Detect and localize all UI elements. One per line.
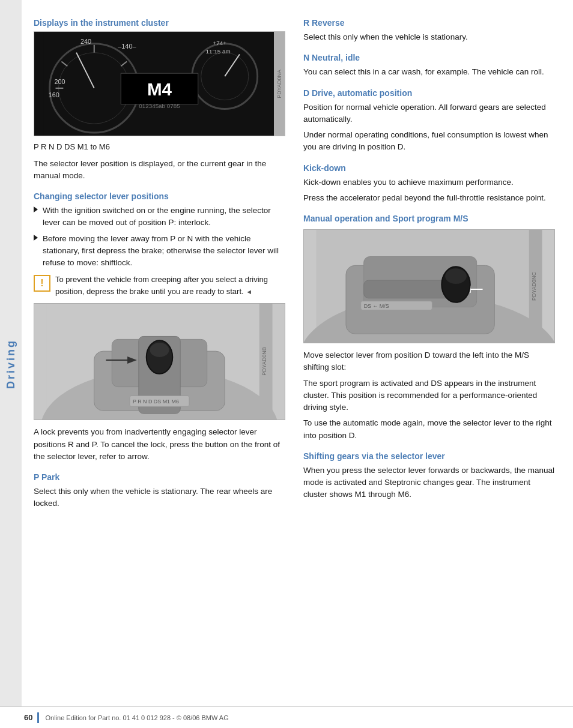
svg-text:PDYAD0NC: PDYAD0NC: [531, 272, 537, 301]
heading-reverse: R Reverse: [303, 18, 555, 28]
left-column: Displays in the instrument cluster: [34, 18, 285, 710]
svg-text:200: 200: [55, 78, 65, 85]
footer: 60 Online Edition for Part no. 01 41 0 0…: [0, 706, 573, 728]
selector-lever-image-left: P R N D DS M1 M6 PDYAD0NB: [34, 303, 285, 420]
svg-text:M4: M4: [147, 79, 172, 99]
note-text: To prevent the vehicle from creeping aft…: [55, 274, 285, 297]
svg-text:PDYAD0NB: PDYAD0NB: [261, 347, 267, 376]
heading-manual: Manual operation and Sport program M/S: [303, 214, 555, 223]
body-lock: A lock prevents you from inadvertently e…: [34, 426, 285, 463]
body-manual-1: Move selector lever from position D towa…: [303, 349, 555, 374]
footer-caption: Online Edition for Part no. 01 41 0 012 …: [45, 714, 228, 721]
instrument-cluster-image: 200 160 240 –140– +74+ 11:15 am M4: [34, 31, 285, 136]
body-drive-1: Position for normal vehicle operation. A…: [303, 101, 555, 126]
content-area: Displays in the instrument cluster: [22, 0, 573, 728]
body-reverse: Select this only when the vehicle is sta…: [303, 31, 555, 43]
svg-text:+74+: +74+: [213, 40, 226, 46]
body-ppark: Select this only when the vehicle is sta…: [34, 486, 285, 510]
svg-text:P R N D DS M1 M6: P R N D DS M1 M6: [133, 399, 179, 405]
heading-kickdown: Kick-down: [303, 163, 555, 173]
body-shifting: When you press the selector lever forwar…: [303, 465, 555, 501]
svg-text:11:15 am: 11:15 am: [206, 48, 231, 55]
body-manual-2: The sport program is activated and DS ap…: [303, 378, 555, 414]
heading-ppark: P Park: [34, 472, 285, 482]
heading-displays: Displays in the instrument cluster: [34, 18, 285, 28]
heading-drive: D Drive, automatic position: [303, 88, 555, 98]
body-drive-2: Under normal operating conditions, fuel …: [303, 129, 555, 154]
footer-divider: [37, 712, 39, 723]
image-side-label: PDYAD0NA: [274, 32, 285, 136]
bullet-triangle-1: [34, 206, 38, 212]
end-mark: ◄: [246, 288, 252, 295]
caption-prnd: P R N D DS M1 to M6: [34, 141, 285, 153]
svg-point-40: [445, 268, 467, 284]
bullet-item-2: Before moving the lever away from P or N…: [34, 233, 285, 269]
heading-neutral: N Neutral, idle: [303, 53, 555, 62]
svg-text:160: 160: [49, 91, 59, 98]
body-displays: The selector lever position is displayed…: [34, 158, 285, 182]
svg-text:012345ab 0785: 012345ab 0785: [139, 103, 180, 109]
heading-shifting: Shifting gears via the selector lever: [303, 451, 555, 461]
page-wrapper: Driving Displays in the instrument clust…: [0, 0, 573, 728]
side-tab-label: Driving: [5, 339, 17, 389]
warning-icon: !: [34, 275, 50, 292]
right-column: R Reverse Select this only when the vehi…: [303, 18, 555, 710]
selector-lever-image-right: DS ← M/S PDYAD0NC: [303, 229, 555, 343]
body-kickdown-2: Press the accelerator pedal beyond the f…: [303, 192, 555, 204]
note-box: ! To prevent the vehicle from creeping a…: [34, 274, 285, 297]
svg-text:DS  ←  M/S: DS ← M/S: [364, 303, 389, 309]
svg-text:240: 240: [80, 38, 91, 45]
heading-changing: Changing selector lever positions: [34, 191, 285, 201]
svg-point-28: [150, 343, 169, 358]
bullet-list-changing: With the ignition switched on or the eng…: [34, 205, 285, 269]
body-neutral: You can select this in a car wash, for e…: [303, 66, 555, 78]
body-kickdown-1: Kick-down enables you to achieve maximum…: [303, 176, 555, 188]
body-manual-3: To use the automatic mode again, move th…: [303, 417, 555, 442]
bullet-item-1: With the ignition switched on or the eng…: [34, 205, 285, 229]
bullet-triangle-2: [34, 235, 38, 241]
side-tab: Driving: [0, 0, 22, 728]
svg-text:–140–: –140–: [118, 43, 136, 50]
footer-page-number: 60: [24, 713, 32, 722]
